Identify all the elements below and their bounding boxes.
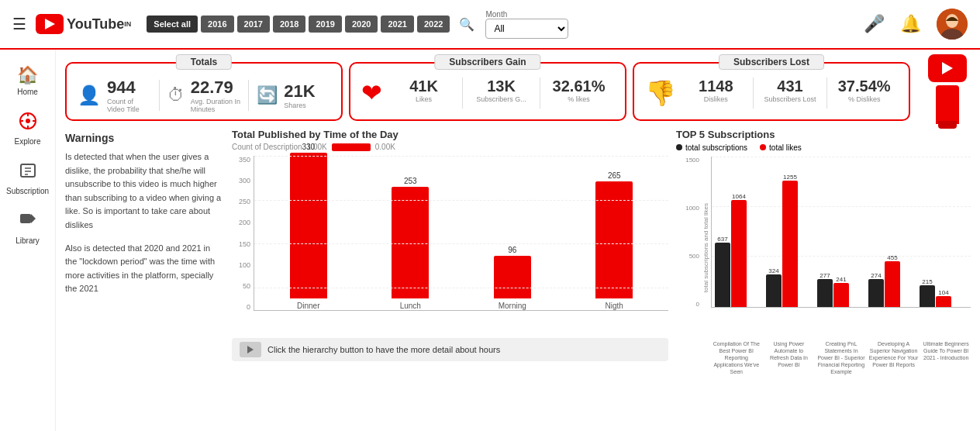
heart-icon: ❤ <box>361 78 382 108</box>
duration-label: Avg. Duration In Minutes <box>191 98 241 113</box>
gain-subs-value: 13K <box>466 78 537 95</box>
top5-chart-area: 150010005000 total subscriptions and tot… <box>676 157 971 339</box>
chart-footer: Click the hierarchy button to have the m… <box>232 338 668 361</box>
bar-chart-panel: Total Published by Time of the Day Count… <box>232 129 668 361</box>
search-button[interactable]: 🔍 <box>454 12 479 36</box>
lost-subs-value: 431 <box>757 78 824 95</box>
sidebar: 🏠 Home Explore Subscription Library <box>0 50 56 431</box>
btn-2022[interactable]: 2022 <box>417 16 450 33</box>
group-2: 324 1255 <box>766 174 814 307</box>
btn-2019[interactable]: 2019 <box>309 16 341 33</box>
sidebar-item-library[interactable]: Library <box>4 205 52 251</box>
sidebar-item-subscription[interactable]: Subscription <box>4 155 52 202</box>
bars-container: 330 Dinner 253 Lunch 96 Morning <box>254 156 668 311</box>
sidebar-home-label: Home <box>17 88 38 96</box>
hamburger-icon[interactable]: ☰ <box>12 15 26 33</box>
group-4: 274 455 <box>868 254 916 307</box>
avatar-image <box>937 9 968 40</box>
lost-dislikes: 1148 Dislikes <box>682 78 750 109</box>
duration-value: 22.79 <box>191 78 241 98</box>
group-label-5: Ultimate Beginners Guide To Power BI 202… <box>921 340 971 375</box>
subscribers-lost-card: Subscribers Lost 👎 1148 Dislikes 431 Sub… <box>633 62 910 121</box>
warnings-panel: Warnings Is detected that when the user … <box>65 129 224 361</box>
shares-label: Shares <box>284 102 315 109</box>
lost-pct: 37.54% % Dislikes <box>830 78 898 109</box>
svg-marker-14 <box>31 214 36 223</box>
play-button-small[interactable] <box>240 342 261 357</box>
svg-rect-13 <box>20 214 31 223</box>
metric-duration: ⏱ 22.79 Avg. Duration In Minutes <box>167 78 241 113</box>
gain-pct-value: 32.61% <box>543 78 614 95</box>
group-3: 277 241 <box>817 272 865 307</box>
video-count-label: Count of Video Title <box>107 98 151 113</box>
totals-title-bar: Totals <box>176 54 232 70</box>
sidebar-library-label: Library <box>16 236 40 245</box>
mic-icon[interactable]: 🎤 <box>864 14 885 34</box>
gain-likes-value: 41K <box>388 78 459 95</box>
library-icon <box>19 211 37 234</box>
shares-value: 21K <box>284 81 315 102</box>
footer-text: Click the hierarchy button to have the m… <box>267 345 500 354</box>
main-content: Totals 👤 944 Count of Video Title ⏱ 22.7… <box>56 50 980 431</box>
top5-bars-container: 637 1064 324 <box>711 157 971 308</box>
bar-lunch: 253 Lunch <box>364 177 457 310</box>
subscription-icon <box>19 161 37 184</box>
lost-pct-label: % Dislikes <box>830 95 898 103</box>
lost-dislikes-value: 1148 <box>682 78 750 95</box>
bar-chart-area: 350300250200150100500 330 Dinner <box>232 156 668 335</box>
lost-subs-label: Subscribers Lost <box>757 95 824 103</box>
avatar[interactable] <box>937 9 968 40</box>
sidebar-item-explore[interactable]: Explore <box>4 105 52 152</box>
metric-shares: 🔄 21K Shares <box>257 81 330 109</box>
play-triangle <box>45 19 55 29</box>
bar-morning: 96 Morning <box>466 246 559 310</box>
subscribers-gain-title: Subscribers Gain <box>434 54 540 70</box>
btn-2016[interactable]: 2016 <box>201 16 233 33</box>
btn-2021[interactable]: 2021 <box>381 16 413 33</box>
home-icon: 🏠 <box>17 65 38 85</box>
month-select[interactable]: All JanuaryFebruaryMarch AprilMayJune Ju… <box>485 19 568 39</box>
sidebar-subscription-label: Subscription <box>6 187 49 195</box>
group-label-2: Using Power Automate to Refresh Data In … <box>764 340 814 375</box>
subscribers-gain-card: Subscribers Gain ❤ 41K Likes 13K Subscri… <box>349 62 626 121</box>
gain-likes: 41K Likes <box>388 78 459 109</box>
top5-title: TOP 5 Subscriptions <box>676 129 971 140</box>
sidebar-explore-label: Explore <box>15 137 41 146</box>
share-icon: 🔄 <box>257 85 278 105</box>
month-label: Month <box>485 10 568 19</box>
metric-video-count: 👤 944 Count of Video Title <box>78 78 151 113</box>
gain-subs: 13K Subscribers G... <box>466 78 537 109</box>
group-label-4: Developing A Superior Navigation Experie… <box>869 340 919 375</box>
year-filters: Select all 2016 2017 2018 2019 2020 2021… <box>147 16 450 33</box>
sidebar-item-home[interactable]: 🏠 Home <box>4 59 52 102</box>
top5-panel: TOP 5 Subscriptions total subscriptions … <box>676 129 971 361</box>
gain-subs-label: Subscribers G... <box>466 95 537 103</box>
btn-select-all[interactable]: Select all <box>147 16 198 33</box>
gain-likes-label: Likes <box>388 95 459 103</box>
top5-legend: total subscriptions total likes <box>676 143 971 152</box>
stats-row: Totals 👤 944 Count of Video Title ⏱ 22.7… <box>56 50 980 126</box>
btn-2017[interactable]: 2017 <box>237 16 270 33</box>
warnings-title: Warnings <box>65 132 224 144</box>
subscribers-lost-title: Subscribers Lost <box>719 54 824 70</box>
warnings-text1: Is detected that when the user gives a d… <box>65 150 224 233</box>
lost-subs: 431 Subscribers Lost <box>757 78 824 109</box>
group-5: 215 104 <box>920 278 968 307</box>
group-1: 637 1064 <box>715 193 763 307</box>
totals-card: Totals 👤 944 Count of Video Title ⏱ 22.7… <box>65 62 343 121</box>
top5-y-axis: 150010005000 <box>676 157 702 308</box>
explore-icon <box>19 112 37 135</box>
bar-night: 265 Nigth <box>568 171 661 310</box>
group-label-1: Compilation Of The Best Power BI Reporti… <box>712 340 761 375</box>
logo-icon <box>36 14 64 34</box>
bar-dinner: 330 Dinner <box>262 143 355 310</box>
clock-icon: ⏱ <box>167 85 185 105</box>
thumbdown-icon: 👎 <box>645 78 676 108</box>
bar-chart-title: Total Published by Time of the Day <box>232 129 668 140</box>
logo-text: YouTube <box>67 16 124 33</box>
btn-2020[interactable]: 2020 <box>345 16 378 33</box>
bell-icon[interactable]: 🔔 <box>900 14 921 34</box>
y-axis: 350300250200150100500 <box>232 156 254 311</box>
yt-illustration <box>916 62 971 121</box>
btn-2018[interactable]: 2018 <box>273 16 305 33</box>
